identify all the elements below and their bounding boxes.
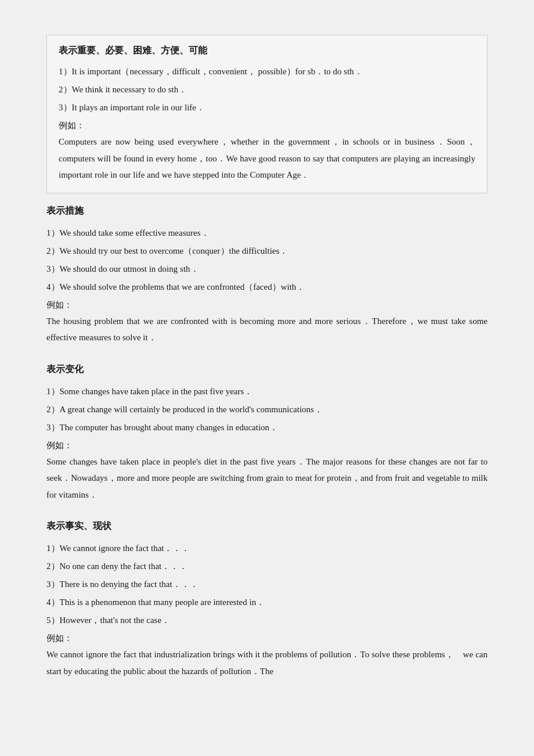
- section-importance-title: 表示重要、必要、困难、方便、可能: [59, 45, 475, 57]
- example-text: The housing problem that we are confront…: [46, 313, 488, 346]
- list-item: 2）No one can deny the fact that．．．: [46, 559, 488, 574]
- list-item: 4）We should solve the problems that we a…: [46, 279, 488, 295]
- section-changes-title: 表示变化: [46, 363, 488, 376]
- list-item: 2）We think it necessary to do sth．: [59, 82, 475, 98]
- example-label: 例如：: [59, 120, 475, 131]
- example-text: Some changes have taken place in people'…: [46, 453, 488, 503]
- example-label: 例如：: [46, 633, 488, 644]
- list-item: 2）We should try our best to overcome（con…: [46, 243, 488, 259]
- facts-items: 1）We cannot ignore the fact that．．． 2）No…: [46, 541, 488, 628]
- list-item: 1）Some changes have taken place in the p…: [46, 384, 488, 399]
- list-item: 3）There is no denying the fact that．．．: [46, 577, 488, 592]
- example-text: Computers are now being used everywhere，…: [59, 134, 475, 183]
- list-item: 4）This is a phenomenon that many people …: [46, 595, 488, 610]
- list-item: 1）We cannot ignore the fact that．．．: [46, 541, 488, 556]
- importance-items: 1）It is important（necessary，difficult，co…: [59, 64, 475, 116]
- list-item: 5）However，that's not the case．: [46, 613, 488, 628]
- section-facts: 表示事实、现状 1）We cannot ignore the fact that…: [46, 520, 488, 679]
- section-measures: 表示措施 1）We should take some effective mea…: [46, 205, 488, 346]
- section-importance: 表示重要、必要、困难、方便、可能 1）It is important（neces…: [46, 35, 488, 193]
- example-text: We cannot ignore the fact that industria…: [46, 646, 488, 679]
- section-facts-title: 表示事实、现状: [46, 520, 488, 532]
- list-item: 3）It plays an important role in our life…: [59, 100, 475, 116]
- list-item: 1）It is important（necessary，difficult，co…: [59, 64, 475, 80]
- list-item: 3）We should do our utmost in doing sth．: [46, 261, 488, 277]
- list-item: 2）A great change will certainly be produ…: [46, 402, 488, 417]
- example-label: 例如：: [46, 300, 488, 311]
- example-label: 例如：: [46, 440, 488, 451]
- section-changes: 表示变化 1）Some changes have taken place in …: [46, 363, 488, 503]
- section-measures-title: 表示措施: [46, 205, 488, 217]
- list-item: 1）We should take some effective measures…: [46, 225, 488, 241]
- page-container: 表示重要、必要、困难、方便、可能 1）It is important（neces…: [0, 0, 534, 756]
- list-item: 3）The computer has brought about many ch…: [46, 420, 488, 435]
- changes-items: 1）Some changes have taken place in the p…: [46, 384, 488, 435]
- measures-items: 1）We should take some effective measures…: [46, 225, 488, 295]
